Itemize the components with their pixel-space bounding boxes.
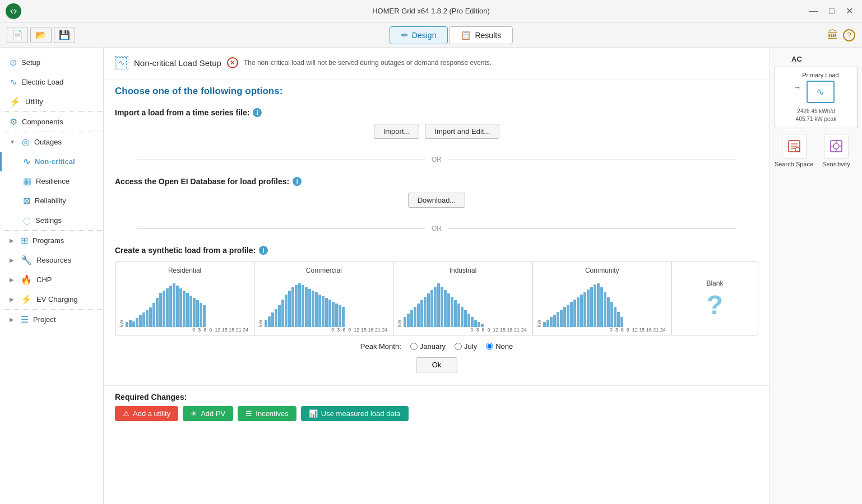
sidebar-label-outages: Outages — [34, 138, 62, 146]
components-icon: ⚙ — [10, 116, 17, 127]
right-panel: AC → Primary Load ∿ 2426.45 kWh/d 405.71… — [770, 48, 862, 504]
content-header-top: ∿ Non-critical Load Setup ✕ The non-crit… — [115, 56, 758, 69]
chp-expand-icon: ▶ — [10, 277, 14, 283]
incentives-icon: ☰ — [245, 409, 252, 418]
sidebar-label-non-critical: Non-critical — [35, 157, 75, 166]
open-file-button[interactable]: 📂 — [30, 27, 52, 43]
or-divider-2: OR — [137, 225, 736, 232]
results-tab[interactable]: 📋 Results — [449, 26, 513, 44]
sidebar-item-ev-charging[interactable]: ▶ ⚡ EV Charging — [0, 290, 103, 309]
peak-month-none-radio[interactable] — [486, 343, 493, 350]
help-icon[interactable]: ? — [843, 29, 855, 41]
sidebar-item-outages[interactable]: ▼ ◎ Outages — [0, 132, 103, 152]
file-tools: 📄 📂 💾 — [7, 27, 75, 43]
openei-section-title: Access the Open EI Database for load pro… — [115, 177, 758, 186]
project-expand-icon: ▶ — [10, 316, 14, 323]
profile-blank[interactable]: Blank ? — [672, 262, 758, 335]
programs-icon: ⊞ — [21, 235, 28, 246]
sensitivity-item[interactable]: Sensitivity — [822, 134, 850, 167]
import-button[interactable]: Import... — [374, 124, 420, 139]
sidebar-label-components: Components — [22, 118, 63, 126]
import-edit-button[interactable]: Import and Edit... — [425, 124, 499, 139]
import-buttons: Import... Import and Edit... — [115, 124, 758, 139]
sidebar-item-project[interactable]: ▶ ☰ Project — [0, 309, 103, 329]
design-tab-label: Design — [412, 31, 437, 40]
design-icon: ✏ — [401, 30, 409, 40]
profile-residential[interactable]: Residential kW 0 3 6 9 12 15 18 21 24 — [115, 262, 254, 335]
synthetic-info-icon[interactable]: i — [259, 246, 268, 255]
setup-icon: ⊙ — [10, 57, 17, 68]
peak-month-january-radio[interactable] — [410, 343, 418, 350]
panel-icons-row: Search Space Sensitivity — [775, 134, 858, 167]
sidebar-item-chp[interactable]: ▶ 🔥 CHP — [0, 270, 103, 290]
non-critical-icon: ∿ — [23, 156, 30, 167]
content-header: ∿ Non-critical Load Setup ✕ The non-crit… — [104, 48, 770, 80]
sidebar-label-resources: Resources — [36, 256, 71, 264]
peak-month-label: Peak Month: — [360, 342, 401, 351]
sidebar-item-reliability[interactable]: ⊠ Reliability — [0, 191, 103, 211]
maximize-button[interactable]: □ — [826, 5, 838, 17]
save-file-button[interactable]: 💾 — [54, 27, 75, 43]
sidebar-item-non-critical[interactable]: ∿ Non-critical — [0, 152, 103, 171]
sidebar-item-resilience[interactable]: ▦ Resilience — [0, 171, 103, 191]
titlebar-left: ·(·)· — [6, 3, 21, 19]
peak-month-none-option[interactable]: None — [486, 342, 513, 351]
info-text: The non-critical load will not be served… — [244, 59, 492, 67]
toolbar: 📄 📂 💾 ✏ Design 📋 Results 🏛 ? — [0, 22, 862, 48]
commercial-chart: kW — [258, 277, 390, 327]
openei-section: Access the Open EI Database for load pro… — [104, 169, 770, 219]
incentives-button[interactable]: ☰ Incentives — [238, 406, 296, 421]
sensitivity-icon — [824, 134, 849, 158]
close-button[interactable]: ✕ — [842, 4, 856, 17]
peak-month-january-option[interactable]: January — [410, 342, 446, 351]
profile-industrial[interactable]: Industrial kW 0 3 6 9 12 15 18 21 24 — [393, 262, 532, 335]
design-tab[interactable]: ✏ Design — [390, 26, 448, 44]
library-icon[interactable]: 🏛 — [827, 29, 838, 41]
profile-commercial[interactable]: Commercial kW 0 3 6 9 12 15 18 21 24 — [254, 262, 393, 335]
peak-month-july-option[interactable]: July — [455, 342, 477, 351]
close-setup-button[interactable]: ✕ — [227, 57, 238, 68]
openei-info-icon[interactable]: i — [293, 177, 302, 186]
search-space-label: Search Space — [775, 161, 813, 167]
resilience-icon: ▦ — [23, 176, 31, 186]
profile-industrial-label: Industrial — [397, 267, 529, 274]
diagram-box: → Primary Load ∿ 2426.45 kWh/d 405.71 kW… — [775, 67, 858, 128]
sidebar-item-setup[interactable]: ⊙ Setup — [0, 53, 103, 72]
search-space-item[interactable]: Search Space — [775, 134, 813, 167]
import-info-icon[interactable]: i — [253, 108, 262, 117]
add-utility-label: Add a utility — [133, 409, 170, 418]
choose-title: Choose one of the following options: — [104, 80, 770, 100]
sidebar-label-chp: CHP — [36, 276, 52, 284]
add-pv-button[interactable]: ☀ Add PV — [183, 406, 233, 421]
peak-month-july-radio[interactable] — [455, 343, 462, 350]
add-utility-button[interactable]: ⚠ Add a utility — [115, 406, 178, 421]
required-changes-title: Required Changes: — [115, 393, 758, 402]
minimize-button[interactable]: — — [805, 5, 821, 17]
outages-expand-icon: ▼ — [10, 139, 15, 145]
add-utility-icon: ⚠ — [123, 409, 129, 418]
profile-blank-label: Blank — [706, 279, 723, 287]
profile-community[interactable]: Community kW 0 3 6 9 12 15 18 21 24 — [533, 262, 672, 335]
new-file-button[interactable]: 📄 — [7, 27, 28, 43]
reliability-icon: ⊠ — [23, 195, 30, 206]
sidebar-label-electric-load: Electric Load — [21, 78, 63, 86]
sidebar-item-utility[interactable]: ⚡ Utility — [0, 92, 103, 111]
measured-load-button[interactable]: 📊 Use measured load data — [301, 406, 409, 421]
load-icon-box[interactable]: ∿ — [807, 81, 835, 103]
profile-residential-label: Residential — [119, 267, 251, 274]
arrow-in-icon: → — [793, 83, 801, 92]
sidebar-item-settings[interactable]: ◌ Settings — [0, 211, 103, 230]
community-chart: kW — [536, 277, 668, 327]
sidebar-item-programs[interactable]: ▶ ⊞ Programs — [0, 230, 103, 250]
ok-button[interactable]: Ok — [416, 357, 458, 372]
results-tab-label: Results — [475, 31, 501, 40]
peak-month-selector: Peak Month: January July None — [115, 342, 758, 351]
sidebar-item-electric-load[interactable]: ∿ Electric Load — [0, 72, 103, 92]
profile-community-label: Community — [536, 267, 668, 274]
sidebar-item-resources[interactable]: ▶ 🔧 Resources — [0, 250, 103, 270]
download-button[interactable]: Download... — [408, 193, 466, 208]
sidebar-item-components[interactable]: ⚙ Components — [0, 111, 103, 132]
import-section: Import a load from a time series file: i… — [104, 100, 770, 150]
chp-icon: 🔥 — [21, 274, 32, 285]
titlebar: ·(·)· HOMER Grid x64 1.8.2 (Pro Edition)… — [0, 0, 862, 22]
